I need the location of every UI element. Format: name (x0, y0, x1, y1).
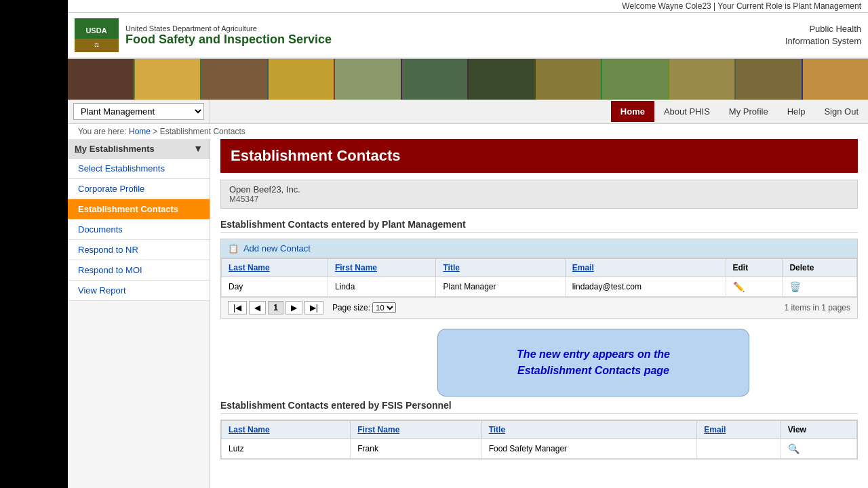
breadcrumb-prefix: You are here: (78, 127, 127, 136)
table2-container: Last Name First Name Title Email View Lu… (220, 420, 858, 460)
cell-title: Plant Manager (436, 277, 565, 297)
col-last-name-link[interactable]: Last Name (229, 263, 270, 272)
contacts-table-fsis: Last Name First Name Title Email View Lu… (221, 420, 857, 459)
page-info: 1 items in 1 pages (785, 303, 850, 312)
col-email-link[interactable]: Email (572, 263, 594, 272)
col-email: Email (565, 259, 726, 277)
cell-last-name: Day (222, 277, 328, 297)
logo-area: USDA ⚖ United States Department of Agric… (75, 18, 332, 52)
col-edit: Edit (726, 259, 783, 277)
welcome-text: Welcome Wayne Cole23 | Your Current Role… (622, 1, 861, 11)
main-content: Establishment Contacts Open Beef23, Inc.… (210, 139, 868, 488)
sidebar-close-icon[interactable]: ▼ (193, 143, 203, 154)
page-current-button[interactable]: 1 (268, 301, 283, 314)
contacts-table-plant: Last Name First Name Title Email Edit De… (221, 258, 857, 297)
col2-email-link[interactable]: Email (704, 425, 726, 434)
cell2-email (697, 439, 781, 459)
breadcrumb-current: Establishment Contacts (160, 127, 245, 136)
usda-emblem: USDA ⚖ (75, 18, 119, 52)
nav-home[interactable]: Home (611, 101, 654, 122)
cell2-first-name: Frank (351, 439, 481, 459)
photo-cell-9 (602, 59, 668, 100)
section2-header: Establishment Contacts entered by FSIS P… (220, 400, 858, 414)
add-contact-link[interactable]: 📋 Add new Contact (228, 243, 311, 253)
module-select[interactable]: Plant Management (73, 103, 204, 120)
col2-first-name: First Name (351, 421, 481, 439)
sidebar-title: My Establishments (75, 144, 155, 154)
col-first-name-link[interactable]: First Name (335, 263, 377, 272)
col-title: Title (436, 259, 565, 277)
content-area: My Establishments ▼ Select Establishment… (68, 139, 868, 488)
breadcrumb: You are here: Home > Establishment Conta… (68, 124, 868, 139)
agency-name-block: United States Department of Agriculture … (125, 24, 332, 47)
add-contact-bar: 📋 Add new Contact (221, 239, 857, 258)
dept-name: United States Department of Agriculture (125, 24, 332, 33)
photo-cell-5 (335, 59, 401, 100)
col2-title: Title (481, 421, 697, 439)
sidebar-header: My Establishments ▼ (68, 139, 210, 159)
sidebar-item-establishment-contacts[interactable]: Establishment Contacts (68, 199, 210, 220)
col-last-name: Last Name (222, 259, 328, 277)
delete-button[interactable]: 🗑️ (789, 281, 801, 292)
col2-last-name: Last Name (222, 421, 351, 439)
cell-first-name: Linda (328, 277, 436, 297)
table-row: Day Linda Plant Manager lindaday@test.co… (222, 277, 857, 297)
sidebar-item-respond-to-nr[interactable]: Respond to NR (68, 240, 210, 260)
page-size-select[interactable]: 10 (372, 302, 396, 313)
col-delete: Delete (783, 259, 857, 277)
photo-cell-3 (201, 59, 267, 100)
sidebar-item-view-report[interactable]: View Report (68, 281, 210, 301)
tooltip-bubble: The new entry appears on the Establishme… (437, 329, 749, 396)
cell2-view: 🔍 (781, 439, 856, 459)
photo-cell-11 (736, 59, 802, 100)
page-next-button[interactable]: ▶ (285, 301, 302, 314)
nav-sign-out[interactable]: Sign Out (814, 101, 868, 122)
page-first-button[interactable]: |◀ (228, 301, 247, 314)
cell2-last-name: Lutz (222, 439, 351, 459)
photo-cell-7 (469, 59, 534, 100)
add-contact-icon: 📋 (228, 243, 239, 253)
cell2-title: Food Safety Manager (481, 439, 697, 459)
est-id: M45347 (229, 195, 849, 204)
photo-cell-6 (402, 59, 468, 100)
sidebar: My Establishments ▼ Select Establishment… (68, 139, 210, 488)
page-prev-button[interactable]: ◀ (249, 301, 266, 314)
nav-help[interactable]: Help (778, 101, 815, 122)
col2-view: View (781, 421, 856, 439)
sidebar-item-respond-to-moi[interactable]: Respond to MOI (68, 260, 210, 281)
photo-cell-12 (803, 59, 869, 100)
nav-links: Home About PHIS My Profile Help Sign Out (611, 101, 868, 122)
edit-button[interactable]: ✏️ (733, 281, 745, 292)
est-info: Open Beef23, Inc. M45347 (220, 180, 858, 209)
usda-logo: USDA ⚖ United States Department of Agric… (75, 18, 332, 52)
photo-cell-2 (135, 59, 201, 100)
svg-text:USDA: USDA (85, 26, 106, 35)
tooltip-text: The new entry appears on the Establishme… (465, 346, 722, 379)
view-button[interactable]: 🔍 (788, 443, 800, 454)
page-last-button[interactable]: ▶| (304, 301, 323, 314)
module-select-wrap[interactable]: Plant Management (68, 100, 210, 123)
table1-container: 📋 Add new Contact Last Name First Name T… (220, 239, 858, 319)
col2-first-name-link[interactable]: First Name (357, 425, 399, 434)
nav-my-profile[interactable]: My Profile (719, 101, 778, 122)
table-row: Lutz Frank Food Safety Manager 🔍 (222, 439, 857, 459)
agency-full-name: Food Safety and Inspection Service (125, 33, 332, 47)
col2-last-name-link[interactable]: Last Name (229, 425, 270, 434)
phis-title: Public Health Information System (785, 23, 861, 47)
pagination: |◀ ◀ 1 ▶ ▶| Page size: 10 1 items in 1 p… (221, 297, 857, 318)
header: USDA ⚖ United States Department of Agric… (68, 13, 868, 59)
sidebar-item-select-establishments[interactable]: Select Establishments (68, 159, 210, 179)
photo-cell-1 (68, 59, 134, 100)
page-title-bar: Establishment Contacts (220, 139, 858, 173)
photo-cell-8 (536, 59, 601, 100)
photo-strip (68, 59, 868, 100)
breadcrumb-sep: > (153, 127, 157, 136)
top-bar: Welcome Wayne Cole23 | Your Current Role… (68, 0, 868, 13)
col2-title-link[interactable]: Title (489, 425, 505, 434)
breadcrumb-home[interactable]: Home (129, 127, 151, 136)
nav-about-phis[interactable]: About PHIS (654, 101, 719, 122)
sidebar-item-corporate-profile[interactable]: Corporate Profile (68, 179, 210, 199)
col2-email: Email (697, 421, 781, 439)
sidebar-item-documents[interactable]: Documents (68, 220, 210, 240)
col-title-link[interactable]: Title (443, 263, 459, 272)
